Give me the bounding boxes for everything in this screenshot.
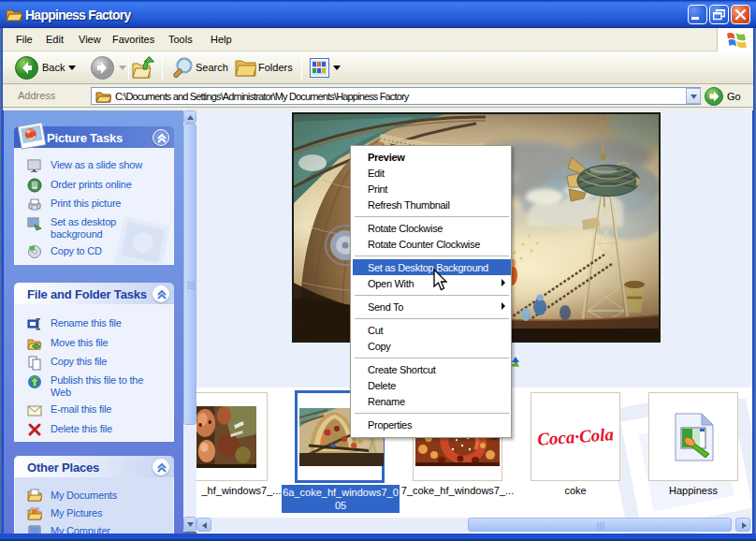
- svg-text:Coca·Cola: Coca·Cola: [537, 424, 614, 449]
